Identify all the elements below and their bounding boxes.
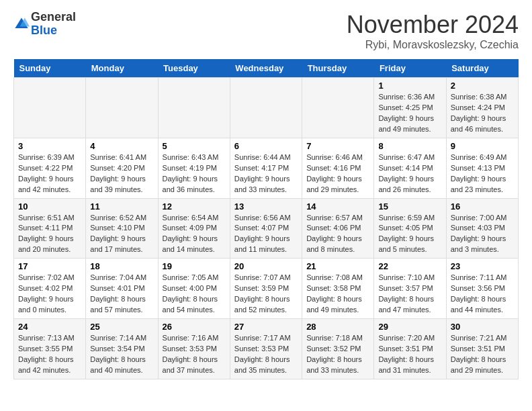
calendar-cell: 27Sunrise: 7:17 AMSunset: 3:53 PMDayligh…: [230, 319, 302, 379]
calendar-week-row: 3Sunrise: 6:39 AMSunset: 4:22 PMDaylight…: [14, 138, 519, 198]
day-info: Sunrise: 7:11 AMSunset: 3:56 PMDaylight:…: [451, 273, 514, 316]
day-number: 17: [18, 261, 81, 271]
day-number: 19: [163, 261, 226, 271]
day-info: Sunrise: 7:08 AMSunset: 3:58 PMDaylight:…: [306, 273, 369, 316]
calendar-cell: [230, 78, 302, 138]
day-info: Sunrise: 6:59 AMSunset: 4:05 PMDaylight:…: [378, 213, 441, 256]
calendar-cell: 13Sunrise: 6:56 AMSunset: 4:07 PMDayligh…: [230, 198, 302, 259]
day-number: 12: [163, 201, 226, 212]
calendar-week-row: 17Sunrise: 7:02 AMSunset: 4:02 PMDayligh…: [14, 259, 519, 319]
day-number: 24: [18, 322, 81, 332]
calendar-cell: 19Sunrise: 7:05 AMSunset: 4:00 PMDayligh…: [158, 259, 230, 319]
calendar-table: SundayMondayTuesdayWednesdayThursdayFrid…: [13, 59, 519, 379]
calendar-week-row: 1Sunrise: 6:36 AMSunset: 4:25 PMDaylight…: [14, 78, 519, 138]
day-info: Sunrise: 6:57 AMSunset: 4:06 PMDaylight:…: [306, 213, 369, 256]
weekday-header-saturday: Saturday: [446, 59, 518, 78]
calendar-cell: 25Sunrise: 7:14 AMSunset: 3:54 PMDayligh…: [86, 319, 158, 379]
calendar-cell: 22Sunrise: 7:10 AMSunset: 3:57 PMDayligh…: [374, 259, 446, 319]
calendar-cell: 23Sunrise: 7:11 AMSunset: 3:56 PMDayligh…: [446, 259, 518, 319]
day-number: 7: [306, 141, 369, 151]
day-info: Sunrise: 7:18 AMSunset: 3:52 PMDaylight:…: [306, 333, 369, 376]
day-number: 26: [163, 322, 226, 332]
day-number: 15: [378, 201, 441, 212]
calendar-cell: 15Sunrise: 6:59 AMSunset: 4:05 PMDayligh…: [374, 198, 446, 259]
day-number: 6: [234, 141, 298, 151]
day-info: Sunrise: 7:04 AMSunset: 4:01 PMDaylight:…: [90, 273, 153, 316]
calendar-week-row: 10Sunrise: 6:51 AMSunset: 4:11 PMDayligh…: [14, 198, 519, 259]
day-info: Sunrise: 7:16 AMSunset: 3:53 PMDaylight:…: [163, 333, 226, 376]
calendar-cell: 16Sunrise: 7:00 AMSunset: 4:03 PMDayligh…: [446, 198, 518, 259]
day-number: 2: [451, 81, 514, 91]
calendar-week-row: 24Sunrise: 7:13 AMSunset: 3:55 PMDayligh…: [14, 319, 519, 379]
weekday-header-wednesday: Wednesday: [230, 59, 302, 78]
calendar-cell: 18Sunrise: 7:04 AMSunset: 4:01 PMDayligh…: [86, 259, 158, 319]
calendar-cell: [14, 78, 86, 138]
calendar-cell: 9Sunrise: 6:49 AMSunset: 4:13 PMDaylight…: [446, 138, 518, 198]
calendar-cell: 4Sunrise: 6:41 AMSunset: 4:20 PMDaylight…: [86, 138, 158, 198]
calendar-cell: 2Sunrise: 6:38 AMSunset: 4:24 PMDaylight…: [446, 78, 518, 138]
day-number: 16: [451, 201, 514, 212]
day-number: 21: [306, 261, 369, 271]
location-text: Rybi, Moravskoslezsky, Czechia: [347, 39, 519, 51]
calendar-cell: 20Sunrise: 7:07 AMSunset: 3:59 PMDayligh…: [230, 259, 302, 319]
day-number: 18: [90, 261, 153, 271]
calendar-cell: 1Sunrise: 6:36 AMSunset: 4:25 PMDaylight…: [374, 78, 446, 138]
day-info: Sunrise: 6:54 AMSunset: 4:09 PMDaylight:…: [163, 213, 226, 256]
day-number: 23: [451, 261, 514, 271]
calendar-cell: 7Sunrise: 6:46 AMSunset: 4:16 PMDaylight…: [302, 138, 374, 198]
day-info: Sunrise: 7:20 AMSunset: 3:51 PMDaylight:…: [378, 333, 441, 376]
day-number: 30: [451, 322, 514, 332]
logo-icon: [13, 16, 30, 32]
day-info: Sunrise: 6:38 AMSunset: 4:24 PMDaylight:…: [451, 92, 514, 135]
day-number: 22: [378, 261, 441, 271]
day-number: 29: [378, 322, 441, 332]
title-block: November 2024 Rybi, Moravskoslezsky, Cze…: [347, 11, 519, 51]
day-number: 14: [306, 201, 369, 212]
weekday-header-tuesday: Tuesday: [158, 59, 230, 78]
calendar-cell: 17Sunrise: 7:02 AMSunset: 4:02 PMDayligh…: [14, 259, 86, 319]
logo: General Blue: [13, 11, 76, 38]
day-info: Sunrise: 7:13 AMSunset: 3:55 PMDaylight:…: [18, 333, 81, 376]
calendar-cell: [86, 78, 158, 138]
weekday-header-sunday: Sunday: [14, 59, 86, 78]
calendar-cell: 10Sunrise: 6:51 AMSunset: 4:11 PMDayligh…: [14, 198, 86, 259]
day-info: Sunrise: 7:02 AMSunset: 4:02 PMDaylight:…: [18, 273, 81, 316]
logo-blue-text: Blue: [31, 24, 76, 38]
calendar-cell: [158, 78, 230, 138]
calendar-cell: 26Sunrise: 7:16 AMSunset: 3:53 PMDayligh…: [158, 319, 230, 379]
calendar-cell: 28Sunrise: 7:18 AMSunset: 3:52 PMDayligh…: [302, 319, 374, 379]
calendar-cell: 30Sunrise: 7:21 AMSunset: 3:51 PMDayligh…: [446, 319, 518, 379]
weekday-header-friday: Friday: [374, 59, 446, 78]
day-info: Sunrise: 6:41 AMSunset: 4:20 PMDaylight:…: [90, 152, 153, 195]
day-number: 1: [378, 81, 441, 91]
day-info: Sunrise: 6:56 AMSunset: 4:07 PMDaylight:…: [234, 213, 298, 256]
header: General Blue November 2024 Rybi, Moravsk…: [13, 11, 519, 51]
calendar-cell: 29Sunrise: 7:20 AMSunset: 3:51 PMDayligh…: [374, 319, 446, 379]
day-info: Sunrise: 6:52 AMSunset: 4:10 PMDaylight:…: [90, 213, 153, 256]
day-number: 27: [234, 322, 298, 332]
weekday-header-row: SundayMondayTuesdayWednesdayThursdayFrid…: [14, 59, 519, 78]
day-number: 20: [234, 261, 298, 271]
logo-text: General Blue: [31, 11, 76, 38]
day-info: Sunrise: 6:36 AMSunset: 4:25 PMDaylight:…: [378, 92, 441, 135]
day-info: Sunrise: 7:07 AMSunset: 3:59 PMDaylight:…: [234, 273, 298, 316]
calendar-cell: 3Sunrise: 6:39 AMSunset: 4:22 PMDaylight…: [14, 138, 86, 198]
day-info: Sunrise: 6:47 AMSunset: 4:14 PMDaylight:…: [378, 152, 441, 195]
day-number: 9: [451, 141, 514, 151]
day-info: Sunrise: 6:43 AMSunset: 4:19 PMDaylight:…: [163, 152, 226, 195]
day-info: Sunrise: 7:21 AMSunset: 3:51 PMDaylight:…: [451, 333, 514, 376]
day-number: 13: [234, 201, 298, 212]
weekday-header-thursday: Thursday: [302, 59, 374, 78]
month-title: November 2024: [347, 11, 519, 39]
day-number: 8: [378, 141, 441, 151]
day-info: Sunrise: 6:39 AMSunset: 4:22 PMDaylight:…: [18, 152, 81, 195]
day-info: Sunrise: 6:44 AMSunset: 4:17 PMDaylight:…: [234, 152, 298, 195]
day-info: Sunrise: 7:10 AMSunset: 3:57 PMDaylight:…: [378, 273, 441, 316]
calendar-cell: 24Sunrise: 7:13 AMSunset: 3:55 PMDayligh…: [14, 319, 86, 379]
calendar-cell: 12Sunrise: 6:54 AMSunset: 4:09 PMDayligh…: [158, 198, 230, 259]
day-info: Sunrise: 6:49 AMSunset: 4:13 PMDaylight:…: [451, 152, 514, 195]
day-info: Sunrise: 7:05 AMSunset: 4:00 PMDaylight:…: [163, 273, 226, 316]
page: General Blue November 2024 Rybi, Moravsk…: [0, 0, 532, 390]
calendar-cell: 8Sunrise: 6:47 AMSunset: 4:14 PMDaylight…: [374, 138, 446, 198]
calendar-cell: 5Sunrise: 6:43 AMSunset: 4:19 PMDaylight…: [158, 138, 230, 198]
